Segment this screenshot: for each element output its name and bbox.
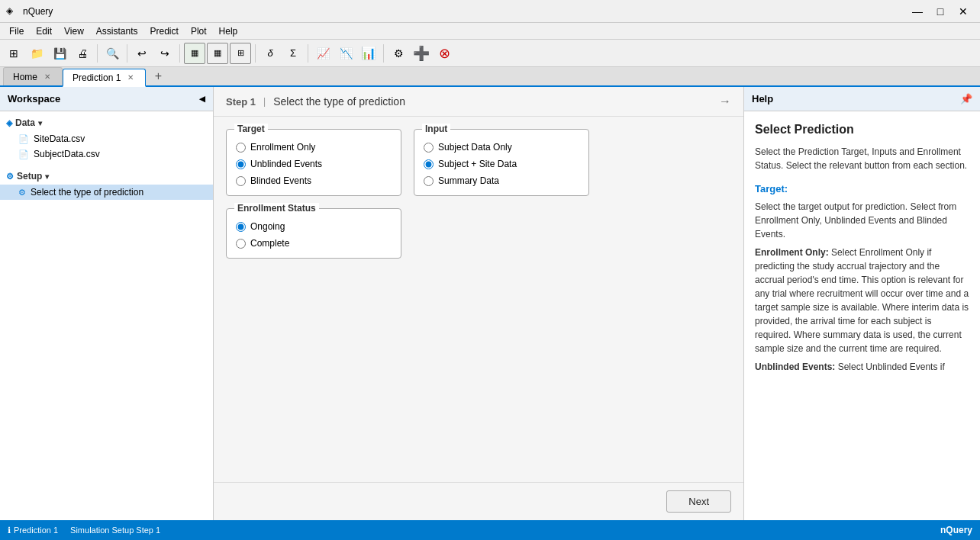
sidebar-section-data-header[interactable]: ◈ Data ▾ [0,114,213,131]
data-section-arrow[interactable]: ▾ [38,119,42,127]
tab-bar: Home ✕ Prediction 1 ✕ + [0,67,980,87]
target-blinded-label: Blinded Events [250,175,311,186]
sidebar-section-setup-header[interactable]: ⚙ Setup ▾ [0,168,213,185]
target-enrollment-radio[interactable] [236,143,246,153]
toolbar-table1[interactable]: ▦ [184,43,205,64]
menu-predict[interactable]: Predict [144,24,185,38]
toolbar-search[interactable]: 🔍 [102,43,123,64]
data-section-label: Data [15,117,35,128]
toolbar-remove[interactable]: ⊗ [434,43,455,64]
target-enrollment-only[interactable]: Enrollment Only [236,142,392,153]
toolbar-undo[interactable]: ↩ [131,43,153,64]
menu-file[interactable]: File [3,24,30,38]
input-summary-label: Summary Data [438,175,499,186]
tab-add-button[interactable]: + [149,67,167,85]
toolbar-save[interactable]: 💾 [49,43,70,64]
main-layout: Workspace ◀ ◈ Data ▾ 📄 SiteData.csv 📄 Su… [0,87,980,520]
enrollment-options: Ongoing Complete [236,221,392,249]
data-section-icon: ◈ [6,118,12,128]
target-blinded-radio[interactable] [236,176,246,186]
title-bar: ◈ nQuery — □ ✕ [0,0,980,23]
toolbar-chart3[interactable]: 📊 [358,43,379,64]
input-summary[interactable]: Summary Data [424,175,579,186]
content-area: Step 1 | Select the type of prediction →… [214,87,743,520]
window-controls: — □ ✕ [907,1,974,22]
help-enrollment-only-text: Enrollment Only: Select Enrollment Only … [755,246,969,355]
step-separator: | [263,96,266,107]
input-subject-only[interactable]: Subject Data Only [424,142,579,153]
input-subject-site-radio[interactable] [424,159,434,169]
input-subject-only-radio[interactable] [424,143,434,153]
toolbar-chart1[interactable]: 📈 [312,43,334,64]
menu-help[interactable]: Help [213,24,244,38]
toolbar-print[interactable]: 🖨 [72,43,93,64]
toolbar-redo[interactable]: ↪ [154,43,176,64]
menu-edit[interactable]: Edit [30,24,58,38]
sitedata-label: SiteData.csv [34,133,85,144]
target-blinded[interactable]: Blinded Events [236,175,392,186]
help-header: Help 📌 [744,87,980,111]
toolbar-chart2[interactable]: 📉 [335,43,356,64]
maximize-button[interactable]: □ [930,1,951,22]
tab-prediction1[interactable]: Prediction 1 ✕ [63,69,146,87]
help-header-label: Help [752,93,773,104]
minimize-button[interactable]: — [907,1,928,22]
menu-plot[interactable]: Plot [185,24,213,38]
sidebar-item-sitedata[interactable]: 📄 SiteData.csv [0,131,213,146]
input-subject-site[interactable]: Subject + Site Data [424,159,579,169]
sidebar-title: Workspace [8,93,60,104]
toolbar-table2[interactable]: ▦ [207,43,228,64]
input-subject-only-label: Subject Data Only [438,142,512,153]
toolbar-table3[interactable]: ⊞ [230,43,251,64]
input-summary-radio[interactable] [424,176,434,186]
tab-home-close[interactable]: ✕ [42,72,53,82]
toolbar-sep-5 [308,44,308,63]
sidebar-collapse-icon[interactable]: ◀ [199,95,205,103]
setup-section-label: Setup [17,171,42,182]
status-info: ℹ Prediction 1 [8,526,58,535]
help-target-text: Select the target output for prediction.… [755,200,969,241]
sidebar-header: Workspace ◀ [0,87,213,111]
menu-view[interactable]: View [58,24,90,38]
app-title: nQuery [23,6,907,17]
help-pin-icon[interactable]: 📌 [960,93,972,104]
subjectdata-icon: 📄 [18,149,29,159]
toolbar-new[interactable]: ⊞ [3,43,24,64]
content-body: Target Enrollment Only Unblinded Events [214,117,743,482]
toolbar-add[interactable]: ➕ [411,43,432,64]
sidebar-item-select-prediction[interactable]: ⚙ Select the type of prediction [0,185,213,200]
step-arrow-icon: → [719,95,731,108]
enrollment-complete[interactable]: Complete [236,238,392,249]
setup-section-arrow[interactable]: ▾ [45,172,49,181]
panels-row: Target Enrollment Only Unblinded Events [226,129,731,196]
toolbar-sigma1[interactable]: δ [260,43,281,64]
enrollment-complete-radio[interactable] [236,239,246,249]
enrollment-legend: Enrollment Status [234,203,319,214]
toolbar-open[interactable]: 📁 [26,43,47,64]
menu-assistants[interactable]: Assistants [90,24,144,38]
sidebar-item-subjectdata[interactable]: 📄 SubjectData.csv [0,146,213,162]
toolbar-sep-3 [179,44,180,63]
toolbar-sigma2[interactable]: Σ [282,43,304,64]
input-options: Subject Data Only Subject + Site Data Su… [424,142,579,186]
sitedata-icon: 📄 [18,134,29,144]
target-unblinded[interactable]: Unblinded Events [236,159,392,169]
target-unblinded-radio[interactable] [236,159,246,169]
tab-home[interactable]: Home ✕ [3,67,63,85]
help-unblinded-term: Unblinded Events: [755,362,835,372]
tab-prediction1-close[interactable]: ✕ [125,72,136,83]
enrollment-ongoing[interactable]: Ongoing [236,221,392,232]
bottom-bar: Next [214,482,743,520]
close-button[interactable]: ✕ [953,1,974,22]
step-header: Step 1 | Select the type of prediction → [214,87,743,117]
enrollment-panel: Enrollment Status Ongoing Complete [226,208,401,259]
next-button[interactable]: Next [666,490,731,513]
status-brand: nQuery [940,525,972,535]
app-icon: ◈ [6,5,18,18]
enrollment-ongoing-radio[interactable] [236,222,246,232]
help-intro: Select the Prediction Target, Inputs and… [755,145,969,172]
enrollment-row: Enrollment Status Ongoing Complete [226,208,731,259]
toolbar-settings[interactable]: ⚙ [388,43,409,64]
target-unblinded-label: Unblinded Events [250,159,322,169]
status-bar: ℹ Prediction 1 Simulation Setup Step 1 n… [0,520,980,540]
